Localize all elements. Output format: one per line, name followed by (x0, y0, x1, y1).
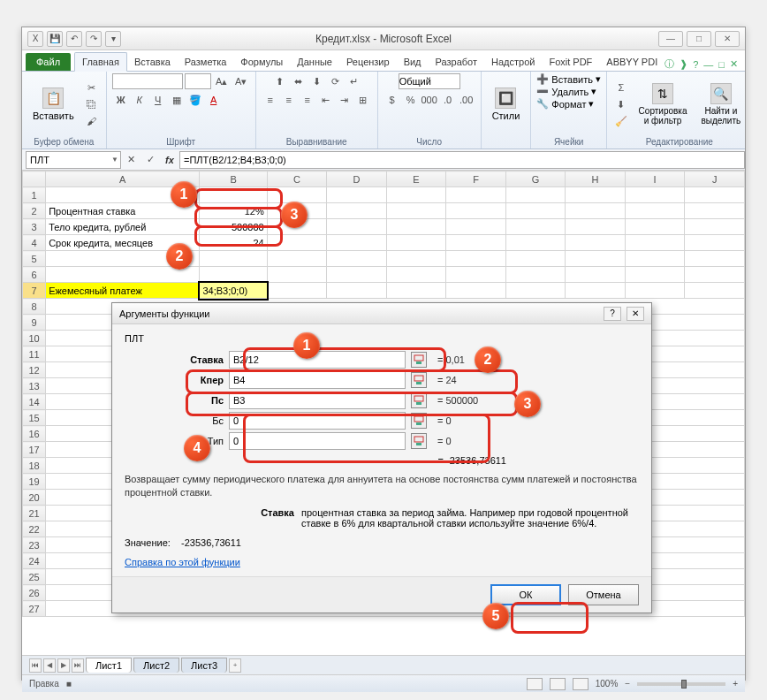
cell[interactable] (566, 251, 626, 267)
cell[interactable] (327, 267, 387, 283)
tab-layout[interactable]: Разметка (178, 53, 234, 71)
cell[interactable] (327, 203, 387, 219)
shrink-font-icon[interactable]: A▾ (232, 73, 250, 89)
row-header[interactable]: 21 (23, 506, 46, 521)
dialog-title-bar[interactable]: Аргументы функции ? ✕ (112, 303, 651, 324)
wrap-text-icon[interactable]: ↵ (345, 73, 362, 89)
tab-data[interactable]: Данные (290, 53, 339, 71)
grow-font-icon[interactable]: A▴ (213, 73, 231, 89)
arg-input-pv[interactable] (229, 392, 406, 409)
paste-button[interactable]: 📋 Вставить (27, 84, 80, 125)
cell[interactable] (625, 251, 685, 267)
dec-decimal-icon[interactable]: .00 (458, 92, 475, 108)
arg-input-fv[interactable] (229, 412, 406, 430)
undo-icon[interactable]: ↶ (66, 31, 82, 47)
row-header[interactable]: 10 (23, 331, 46, 346)
cell[interactable] (566, 219, 626, 235)
align-left-icon[interactable]: ≡ (262, 92, 279, 108)
border-icon[interactable]: ▦ (168, 92, 186, 108)
select-all-corner[interactable] (23, 171, 46, 187)
sheet-tab-2[interactable]: Лист2 (133, 658, 179, 673)
col-header-g[interactable]: G (505, 171, 566, 187)
cancel-button[interactable]: Отмена (568, 584, 639, 605)
row-header[interactable]: 5 (23, 251, 46, 267)
format-cells-button[interactable]: 🔧Формат ▾ (536, 98, 594, 110)
row-header[interactable]: 14 (23, 394, 46, 410)
align-top-icon[interactable]: ⬆ (270, 73, 288, 89)
cell[interactable] (625, 187, 685, 203)
dialog-close-icon[interactable]: ✕ (627, 307, 644, 321)
cell[interactable] (505, 203, 566, 219)
col-header-j[interactable]: J (685, 171, 745, 187)
minimize-ribbon-icon[interactable]: ❱ (680, 58, 687, 70)
row-header[interactable]: 24 (23, 553, 46, 569)
align-center-icon[interactable]: ≡ (280, 92, 298, 108)
tab-view[interactable]: Вид (397, 53, 429, 71)
col-header-e[interactable]: E (386, 171, 446, 187)
formula-input[interactable]: =ПЛТ(B2/12;B4;B3;0;0) (179, 151, 745, 169)
file-tab[interactable]: Файл (26, 53, 71, 71)
copy-icon[interactable]: ⿻ (83, 96, 101, 112)
cell[interactable] (446, 219, 506, 235)
row-header[interactable]: 15 (23, 410, 46, 426)
macro-rec-icon[interactable]: ■ (66, 679, 72, 689)
cell[interactable] (446, 235, 506, 251)
sort-filter-button[interactable]: ⇅ Сортировка и фильтр (634, 80, 692, 129)
workbook-close-icon[interactable]: ✕ (730, 58, 738, 70)
workbook-min-icon[interactable]: — (703, 59, 713, 70)
maximize-button[interactable]: □ (687, 31, 711, 47)
row-header[interactable]: 8 (23, 299, 46, 315)
cell[interactable] (625, 283, 685, 299)
row-header[interactable]: 6 (23, 267, 46, 283)
row-header[interactable]: 18 (23, 458, 46, 474)
ref-button-icon[interactable] (411, 352, 427, 368)
bold-icon[interactable]: Ж (112, 92, 130, 108)
cell[interactable] (505, 187, 566, 203)
cell[interactable] (267, 267, 327, 283)
col-header-b[interactable]: B (200, 171, 267, 187)
align-right-icon[interactable]: ≡ (299, 92, 316, 108)
ref-button-icon[interactable] (411, 433, 427, 449)
page-layout-view-icon[interactable] (550, 678, 566, 690)
cell[interactable] (446, 283, 506, 299)
italic-icon[interactable]: К (131, 92, 148, 108)
cell[interactable] (386, 219, 446, 235)
font-size-input[interactable] (185, 73, 211, 89)
ok-button[interactable]: ОК (490, 584, 561, 605)
indent-dec-icon[interactable]: ⇤ (317, 92, 335, 108)
zoom-in-icon[interactable]: + (733, 679, 738, 689)
excel-icon[interactable]: X (27, 31, 43, 47)
name-box-dropdown-icon[interactable]: ▼ (111, 156, 118, 164)
cell[interactable] (566, 235, 626, 251)
cell[interactable] (685, 187, 745, 203)
row-header[interactable]: 9 (23, 315, 46, 331)
cell[interactable] (685, 219, 745, 235)
cell[interactable] (446, 203, 506, 219)
row-header[interactable]: 1 (23, 187, 46, 203)
fill-color-icon[interactable]: 🪣 (186, 92, 204, 108)
sheet-new-icon[interactable]: + (229, 658, 241, 673)
tab-abbyy[interactable]: ABBYY PDI (599, 53, 664, 71)
row-header[interactable]: 12 (23, 362, 46, 378)
insert-cells-button[interactable]: ➕Вставить ▾ (536, 73, 601, 85)
tab-addins[interactable]: Надстрой (484, 53, 542, 71)
row-header[interactable]: 11 (23, 346, 46, 362)
cell[interactable] (327, 283, 387, 299)
cell[interactable] (685, 251, 745, 267)
close-button[interactable]: ✕ (715, 31, 740, 47)
number-format-select[interactable] (399, 73, 460, 89)
row-header[interactable]: 17 (23, 442, 46, 458)
cell[interactable] (625, 203, 685, 219)
cell-b4[interactable]: 24 (200, 235, 267, 251)
row-header[interactable]: 27 (23, 601, 46, 617)
col-header-c[interactable]: C (267, 171, 327, 187)
cell[interactable] (505, 283, 566, 299)
redo-icon[interactable]: ↷ (86, 31, 102, 47)
cell-b2[interactable]: 12% (200, 203, 267, 219)
cell[interactable] (267, 251, 327, 267)
sheet-nav-prev[interactable]: ◀ (43, 658, 56, 673)
sheet-tab-3[interactable]: Лист3 (181, 658, 227, 673)
cell[interactable] (446, 187, 506, 203)
tab-developer[interactable]: Разработ (429, 53, 484, 71)
accept-formula-icon[interactable]: ✓ (141, 151, 159, 169)
